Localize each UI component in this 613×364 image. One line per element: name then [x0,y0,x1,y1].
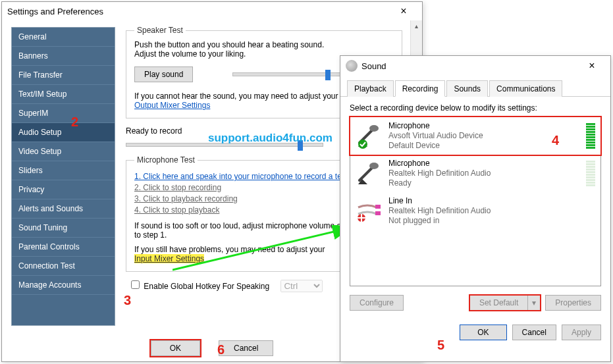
sidebar-item-manage-accounts[interactable]: Manage Accounts [12,276,115,295]
sound-instruction-text: Select a recording device below to modif… [350,103,601,113]
slider-thumb-icon[interactable] [298,140,303,151]
mic-problems-text: If you still have problems, you may need… [134,245,325,254]
sidebar-item-general[interactable]: General [12,28,115,47]
speaker-icon [346,60,358,72]
device-status: Default Device [388,141,579,151]
microphone-test-legend: Microphone Test [134,155,198,165]
device-desc: Avsoft Virtual Audio Device [388,131,579,141]
svg-point-1 [369,125,379,132]
hotkey-checkbox-input[interactable] [131,280,140,289]
speaker-test-legend: Speaker Test [134,26,186,35]
svg-rect-6 [375,211,381,215]
settings-sidebar: General Banners File Transfer Text/IM Se… [11,27,115,326]
settings-cancel-button[interactable]: Cancel [219,340,273,356]
sidebar-item-sound-tuning[interactable]: Sound Tuning [12,219,115,238]
speaker-volume-slider[interactable] [232,72,348,76]
tab-communications[interactable]: Communications [489,80,562,97]
sidebar-item-banners[interactable]: Banners [12,47,115,66]
svg-line-3 [360,167,373,180]
input-mixer-settings-link[interactable]: Input Mixer Settings [134,254,204,263]
sidebar-item-privacy[interactable]: Privacy [12,180,115,199]
set-default-label: Set Default [470,296,527,310]
device-microphone-realtek[interactable]: Microphone Realtek High Definition Audio… [350,155,600,192]
microphone-icon [356,161,382,187]
tab-recording[interactable]: Recording [395,80,446,97]
settings-ok-button[interactable]: OK [151,340,200,356]
hotkey-key-select[interactable]: Ctrl [280,280,323,292]
sidebar-item-file-transfer[interactable]: File Transfer [12,66,115,85]
sidebar-item-video-setup[interactable]: Video Setup [12,142,115,161]
sound-apply-button[interactable]: Apply [562,325,601,340]
svg-point-4 [369,163,379,169]
sidebar-item-parental-controls[interactable]: Parental Controls [12,238,115,257]
sound-tab-sounds[interactable]: Sounds [446,80,488,97]
sound-titlebar: Sound × [340,56,610,76]
sidebar-item-text-im-setup[interactable]: Text/IM Setup [12,85,115,104]
device-microphone-avsoft[interactable]: Microphone Avsoft Virtual Audio Device D… [350,117,600,155]
sound-dialog-buttons: OK Cancel Apply [340,318,610,340]
device-level-meter [586,161,595,186]
device-line-in[interactable]: Line In Realtek High Definition Audio No… [350,192,600,230]
sidebar-item-alerts-and-sounds[interactable]: Alerts and Sounds [12,199,115,219]
svg-rect-5 [375,205,381,209]
chevron-down-icon[interactable]: ▾ [527,296,540,310]
set-default-button[interactable]: Set Default ▾ [469,294,541,311]
line-in-icon [356,198,382,224]
sound-title-text: Sound [361,61,386,71]
microphone-icon [356,123,382,149]
output-mixer-settings-link[interactable]: Output Mixer Settings [134,101,210,110]
close-icon[interactable]: × [579,61,605,71]
properties-button[interactable]: Properties [545,295,601,311]
device-level-meter [586,123,595,149]
sound-tabs: Playback Recording Sounds Communications [340,80,610,97]
device-desc: Realtek High Definition Audio [388,169,579,178]
play-sound-button[interactable]: Play sound [134,66,193,82]
speaker-test-text-1: Push the button and you should hear a be… [134,40,394,49]
device-status: Not plugged in [388,216,595,226]
settings-titlebar: Settings and Preferences × [2,2,422,20]
record-volume-slider[interactable] [126,143,323,147]
hotkey-label: Enable Global Hotkey For Speaking [144,282,269,291]
close-icon[interactable]: × [390,6,417,16]
tab-playback[interactable]: Playback [347,80,394,97]
sidebar-item-audio-setup[interactable]: Audio Setup [12,123,115,142]
scroll-up-icon[interactable]: ▴ [411,20,422,32]
settings-title: Settings and Preferences [7,7,103,16]
slider-thumb-icon[interactable] [325,70,331,80]
device-name: Line In [388,196,595,206]
sidebar-item-connection-test[interactable]: Connection Test [12,257,115,276]
device-name: Microphone [388,159,579,169]
device-desc: Realtek High Definition Audio [388,206,595,216]
configure-button[interactable]: Configure [350,295,404,311]
recording-device-list: Microphone Avsoft Virtual Audio Device D… [350,117,601,286]
sound-cancel-button[interactable]: Cancel [512,325,556,340]
device-status: Ready [388,178,579,188]
sound-window: Sound × Playback Recording Sounds Commun… [340,55,611,362]
sidebar-item-sliders[interactable]: Sliders [12,161,115,180]
sidebar-item-superim[interactable]: SuperIM [12,104,115,123]
sound-ok-button[interactable]: OK [460,325,506,340]
ready-to-record-label: Ready to record [126,126,182,136]
device-name: Microphone [388,121,579,131]
svg-point-2 [358,140,367,149]
enable-hotkey-checkbox[interactable]: Enable Global Hotkey For Speaking [128,282,271,291]
